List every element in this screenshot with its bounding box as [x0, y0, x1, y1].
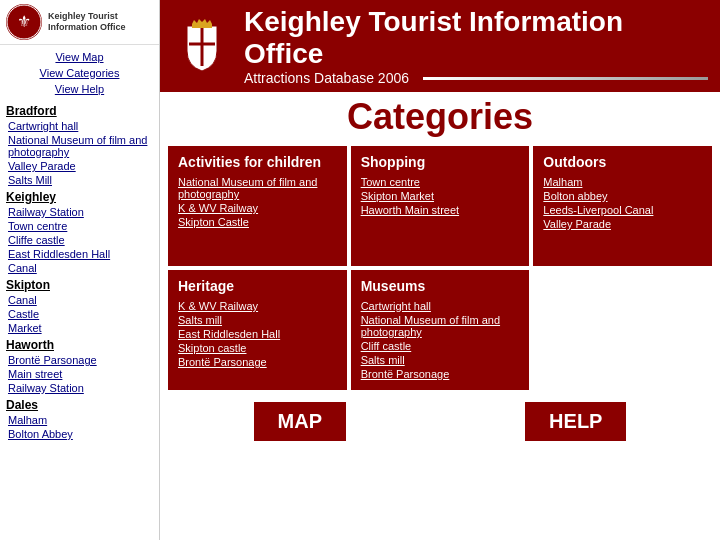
category-title: Museums	[361, 278, 520, 294]
sidebar-link[interactable]: Cliffe castle	[0, 233, 159, 247]
category-card-heritage: HeritageK & WV RailwaySalts millEast Rid…	[168, 270, 347, 390]
category-link[interactable]: East Riddlesden Hall	[178, 328, 337, 340]
category-link[interactable]: Salts mill	[361, 354, 520, 366]
sidebar-link[interactable]: Market	[0, 321, 159, 335]
category-card-museums: MuseumsCartwright hallNational Museum of…	[351, 270, 530, 390]
category-link[interactable]: Cartwright hall	[361, 300, 520, 312]
sidebar-link[interactable]: East Riddlesden Hall	[0, 247, 159, 261]
sidebar-link[interactable]: National Museum of film and photography	[0, 133, 159, 159]
svg-rect-6	[192, 24, 212, 28]
category-link[interactable]: Leeds-Liverpool Canal	[543, 204, 702, 216]
category-card-outdoors: OutdoorsMalhamBolton abbeyLeeds-Liverpoo…	[533, 146, 712, 266]
help-button[interactable]: HELP	[525, 402, 626, 441]
category-link[interactable]: Skipton Market	[361, 190, 520, 202]
sidebar-link[interactable]: Main street	[0, 367, 159, 381]
category-link[interactable]: K & WV Railway	[178, 300, 337, 312]
header-decoration	[423, 77, 708, 80]
bottom-buttons-row: MAP HELP	[168, 394, 712, 441]
category-link[interactable]: National Museum of film and photography	[361, 314, 520, 338]
sidebar-link[interactable]: Malham	[0, 413, 159, 427]
svg-text:⚜: ⚜	[17, 13, 31, 30]
category-link[interactable]: Bolton abbey	[543, 190, 702, 202]
sidebar-link[interactable]: Brontë Parsonage	[0, 353, 159, 367]
category-link[interactable]: National Museum of film and photography	[178, 176, 337, 200]
category-link[interactable]: Town centre	[361, 176, 520, 188]
sidebar-link[interactable]: Bolton Abbey	[0, 427, 159, 441]
header-logo	[172, 16, 232, 76]
sidebar-section-header-bradford: Bradford	[0, 101, 159, 119]
category-link[interactable]: Skipton Castle	[178, 216, 337, 228]
sidebar-link[interactable]: Canal	[0, 261, 159, 275]
categories-area: Categories Activities for childrenNation…	[160, 92, 720, 540]
sidebar-logo-text: Keighley Tourist Information Office	[48, 11, 153, 33]
category-card-shopping: ShoppingTown centreSkipton MarketHaworth…	[351, 146, 530, 266]
main-content: Keighley Tourist Information Office Attr…	[160, 0, 720, 540]
category-link[interactable]: Brontë Parsonage	[361, 368, 520, 380]
sidebar-link[interactable]: Valley Parade	[0, 159, 159, 173]
category-title: Shopping	[361, 154, 520, 170]
sidebar-nav: View Map View Categories View Help	[0, 45, 159, 101]
sidebar-section-header-keighley: Keighley	[0, 187, 159, 205]
header-title: Keighley Tourist Information Office	[244, 6, 708, 70]
map-button[interactable]: MAP	[254, 402, 346, 441]
category-link[interactable]: Skipton castle	[178, 342, 337, 354]
categories-title: Categories	[168, 96, 712, 138]
nav-view-help[interactable]: View Help	[0, 81, 159, 97]
sidebar-sections: BradfordCartwright hallNational Museum o…	[0, 101, 159, 441]
sidebar-link[interactable]: Canal	[0, 293, 159, 307]
header: Keighley Tourist Information Office Attr…	[160, 0, 720, 92]
sidebar: ⚜ Keighley Tourist Information Office Vi…	[0, 0, 160, 540]
category-link[interactable]: Haworth Main street	[361, 204, 520, 216]
sidebar-section-header-skipton: Skipton	[0, 275, 159, 293]
sidebar-link[interactable]: Castle	[0, 307, 159, 321]
logo-icon: ⚜	[6, 4, 42, 40]
category-link[interactable]: Salts mill	[178, 314, 337, 326]
sidebar-link[interactable]: Railway Station	[0, 205, 159, 219]
nav-view-categories[interactable]: View Categories	[0, 65, 159, 81]
sidebar-section-header-dales: Dales	[0, 395, 159, 413]
nav-view-map[interactable]: View Map	[0, 49, 159, 65]
category-card-activities: Activities for childrenNational Museum o…	[168, 146, 347, 266]
category-link[interactable]: Brontë Parsonage	[178, 356, 337, 368]
sidebar-section-header-haworth: Haworth	[0, 335, 159, 353]
header-text: Keighley Tourist Information Office Attr…	[244, 6, 708, 86]
sidebar-link[interactable]: Railway Station	[0, 381, 159, 395]
category-link[interactable]: Valley Parade	[543, 218, 702, 230]
category-link[interactable]: Cliff castle	[361, 340, 520, 352]
category-link[interactable]: K & WV Railway	[178, 202, 337, 214]
sidebar-link[interactable]: Town centre	[0, 219, 159, 233]
category-title: Outdoors	[543, 154, 702, 170]
sidebar-logo: ⚜ Keighley Tourist Information Office	[0, 0, 159, 45]
sidebar-link[interactable]: Cartwright hall	[0, 119, 159, 133]
categories-grid: Activities for childrenNational Museum o…	[168, 146, 712, 390]
category-card-empty	[533, 270, 712, 390]
header-subtitle: Attractions Database 2006	[244, 70, 708, 86]
category-link[interactable]: Malham	[543, 176, 702, 188]
category-title: Activities for children	[178, 154, 337, 170]
category-title: Heritage	[178, 278, 337, 294]
sidebar-link[interactable]: Salts Mill	[0, 173, 159, 187]
